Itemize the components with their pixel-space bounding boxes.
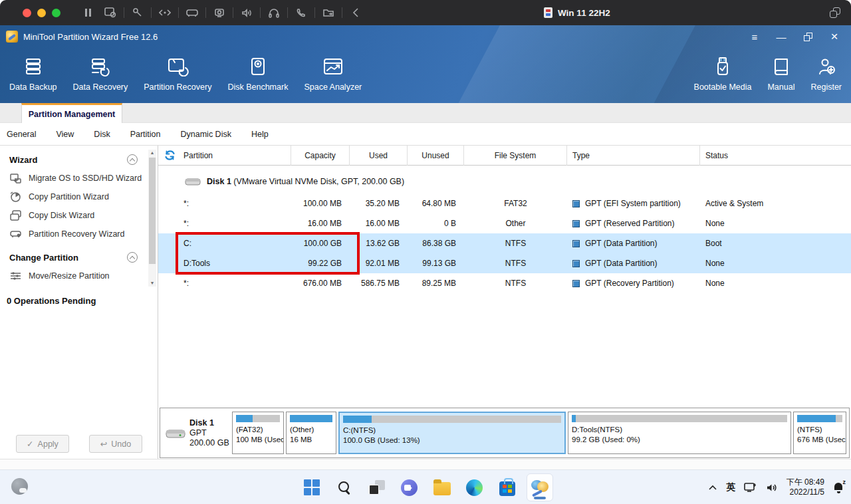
- network-display-icon[interactable]: [744, 482, 757, 493]
- disk-map-block-recovery[interactable]: (NTFS) 676 MB (Usec: [793, 412, 846, 454]
- partition-row-efi[interactable]: *: 100.00 MB 35.20 MB 64.80 MB FAT32 GPT…: [158, 193, 851, 213]
- partition-list-panel: Partition Capacity Used Unused File Syst…: [158, 146, 851, 459]
- partition-recovery-button[interactable]: Partition Recovery: [136, 48, 219, 92]
- restore-button[interactable]: [798, 29, 818, 45]
- migrate-os-icon: [10, 173, 21, 184]
- volume-icon[interactable]: [766, 483, 778, 493]
- column-type[interactable]: Type: [567, 146, 700, 166]
- tab-strip: Partition Management: [0, 103, 851, 123]
- sidebar-item-move-resize-partition[interactable]: Move/Resize Partition: [0, 267, 158, 285]
- action-sidebar: Wizard Migrate OS to SSD/HD Wizard Copy …: [0, 146, 158, 459]
- refresh-icon[interactable]: [164, 150, 176, 164]
- minitool-taskbar-button[interactable]: [527, 473, 553, 501]
- restore-window-icon[interactable]: [830, 7, 840, 18]
- disk-group-row[interactable]: Disk 1 (VMware Virtual NVMe Disk, GPT, 2…: [158, 172, 404, 191]
- partition-row-c[interactable]: C: 100.00 GB 13.62 GB 86.38 GB NTFS GPT …: [158, 233, 851, 253]
- partition-row-recovery[interactable]: *: 676.00 MB 586.75 MB 89.25 MB NTFS GPT…: [158, 273, 851, 293]
- ime-indicator[interactable]: 英: [726, 481, 735, 493]
- manual-button[interactable]: Manual: [759, 48, 802, 92]
- data-backup-button[interactable]: Data Backup: [1, 48, 65, 92]
- file-explorer-button[interactable]: [429, 473, 455, 501]
- scrollbar-thumb[interactable]: [149, 158, 156, 264]
- sidebar-item-migrate-os[interactable]: Migrate OS to SSD/HD Wizard: [0, 169, 158, 188]
- task-view-button[interactable]: [364, 473, 390, 501]
- sidebar-section-change-partition[interactable]: Change Partition: [0, 243, 158, 267]
- chevron-left-icon[interactable]: [344, 5, 367, 20]
- disk-map-block-other[interactable]: (Other) 16 MB: [286, 412, 336, 454]
- code-icon[interactable]: [154, 5, 176, 20]
- wrench-icon[interactable]: [126, 5, 149, 20]
- partition-row-reserved[interactable]: *: 16.00 MB 16.00 MB 0 B Other GPT (Rese…: [158, 213, 851, 233]
- menu-view[interactable]: View: [56, 130, 74, 139]
- partition-row-d-tools[interactable]: D:Tools 99.22 GB 92.01 MB 99.13 GB NTFS …: [158, 253, 851, 273]
- bootable-media-button[interactable]: Bootable Media: [686, 48, 760, 92]
- notification-bell-icon[interactable]: [833, 482, 844, 493]
- data-recovery-button[interactable]: Data Recovery: [65, 48, 136, 92]
- usage-bar: [290, 415, 332, 422]
- search-button[interactable]: [331, 473, 358, 501]
- traffic-lights[interactable]: [23, 9, 61, 17]
- speaker-icon[interactable]: [235, 5, 258, 20]
- store-icon: [499, 481, 515, 496]
- partition-recovery-wizard-icon: [10, 229, 21, 239]
- display-schedule-icon[interactable]: [99, 5, 122, 20]
- start-button[interactable]: [299, 473, 325, 501]
- windows-logo-icon: [304, 479, 320, 495]
- sidebar-section-wizard[interactable]: Wizard: [0, 146, 158, 169]
- tab-partition-management[interactable]: Partition Management: [21, 103, 122, 123]
- headphones-icon[interactable]: [263, 5, 285, 20]
- zoom-traffic-light[interactable]: [52, 9, 61, 17]
- menu-partition[interactable]: Partition: [130, 130, 161, 139]
- scroll-down-icon[interactable]: ▼: [148, 280, 156, 287]
- microsoft-store-button[interactable]: [494, 473, 521, 501]
- undo-button[interactable]: ↩ Undo: [89, 435, 142, 453]
- column-used[interactable]: Used: [350, 146, 408, 166]
- toolbar-divider: [205, 7, 206, 18]
- partition-type-icon: [572, 280, 580, 287]
- disk-map-block-d-tools[interactable]: D:Tools(NTFS) 99.2 GB (Used: 0%): [568, 412, 791, 454]
- sidebar-scrollbar[interactable]: ▲ ▼: [148, 150, 156, 287]
- toolbar-divider: [314, 7, 315, 18]
- scroll-up-icon[interactable]: ▲: [148, 150, 156, 156]
- usage-bar: [343, 416, 561, 423]
- partition-type-icon: [572, 240, 580, 247]
- disk-map-block-fat32[interactable]: (FAT32) 100 MB (Usec: [232, 412, 284, 454]
- minimize-button[interactable]: —: [771, 29, 791, 45]
- collapse-chevron-icon[interactable]: [127, 154, 138, 165]
- collapse-chevron-icon[interactable]: [127, 252, 138, 263]
- camera-icon[interactable]: [208, 5, 231, 20]
- close-button[interactable]: ×: [824, 29, 844, 45]
- menu-help[interactable]: Help: [251, 130, 269, 139]
- tray-chevron-up-icon[interactable]: [708, 485, 717, 491]
- chat-button[interactable]: [396, 473, 423, 501]
- column-status[interactable]: Status: [700, 146, 851, 166]
- phone-icon[interactable]: [290, 5, 312, 20]
- menu-general[interactable]: General: [7, 130, 36, 139]
- minimize-traffic-light[interactable]: [37, 9, 46, 17]
- column-unused[interactable]: Unused: [408, 146, 464, 166]
- sidebar-item-partition-recovery-wizard[interactable]: Partition Recovery Wizard: [0, 225, 158, 243]
- column-capacity[interactable]: Capacity: [291, 146, 350, 166]
- drive-icon[interactable]: [181, 5, 203, 20]
- sidebar-item-copy-partition-wizard[interactable]: Copy Partition Wizard: [0, 188, 158, 206]
- task-view-icon: [369, 480, 385, 495]
- column-file-system[interactable]: File System: [464, 146, 567, 166]
- disk-benchmark-button[interactable]: Disk Benchmark: [219, 48, 296, 92]
- sidebar-item-copy-disk-wizard[interactable]: Copy Disk Wizard: [0, 206, 158, 225]
- shared-folder-icon[interactable]: [317, 5, 340, 20]
- pause-icon[interactable]: [76, 5, 99, 20]
- app-menu-button[interactable]: ≡: [745, 29, 765, 45]
- edge-button[interactable]: [461, 473, 488, 501]
- menu-disk[interactable]: Disk: [94, 130, 110, 139]
- desktop-strip: [0, 459, 851, 469]
- taskbar-clock[interactable]: 下午 08:49 2022/11/5: [787, 477, 824, 497]
- copy-partition-icon: [10, 191, 21, 202]
- column-partition[interactable]: Partition: [158, 146, 291, 166]
- menu-dynamic-disk[interactable]: Dynamic Disk: [181, 130, 231, 139]
- space-analyzer-button[interactable]: Space Analyzer: [296, 48, 370, 92]
- close-traffic-light[interactable]: [23, 9, 31, 17]
- toolbar-divider: [342, 7, 342, 18]
- register-button[interactable]: Register: [802, 48, 850, 92]
- disk-map-block-c[interactable]: C:(NTFS) 100.0 GB (Used: 13%): [338, 412, 566, 454]
- apply-button[interactable]: ✓ Apply: [16, 435, 69, 453]
